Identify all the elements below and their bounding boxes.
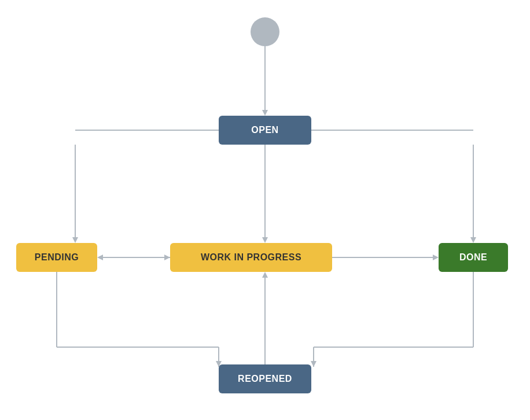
start-node — [251, 17, 279, 46]
svg-marker-1 — [262, 110, 268, 116]
svg-marker-12 — [164, 255, 170, 260]
node-done[interactable]: DONE — [439, 243, 508, 272]
svg-marker-14 — [433, 255, 439, 260]
svg-marker-5 — [72, 237, 78, 243]
svg-marker-20 — [311, 361, 316, 367]
diagram-container: OPEN PENDING WORK IN PROGRESS DONE REOPE… — [0, 0, 530, 420]
arrows-svg — [0, 0, 530, 420]
svg-marker-8 — [470, 237, 476, 243]
svg-marker-11 — [97, 255, 103, 260]
node-reopened-label: REOPENED — [238, 374, 292, 384]
node-pending-label: PENDING — [35, 252, 79, 263]
node-open-label: OPEN — [251, 125, 278, 135]
node-reopened[interactable]: REOPENED — [219, 364, 311, 393]
svg-marker-16 — [262, 272, 268, 278]
node-wip[interactable]: WORK IN PROGRESS — [170, 243, 332, 272]
node-open[interactable]: OPEN — [219, 116, 311, 145]
svg-marker-3 — [262, 237, 268, 243]
node-done-label: DONE — [459, 252, 487, 263]
node-wip-label: WORK IN PROGRESS — [201, 252, 301, 263]
node-pending[interactable]: PENDING — [16, 243, 97, 272]
